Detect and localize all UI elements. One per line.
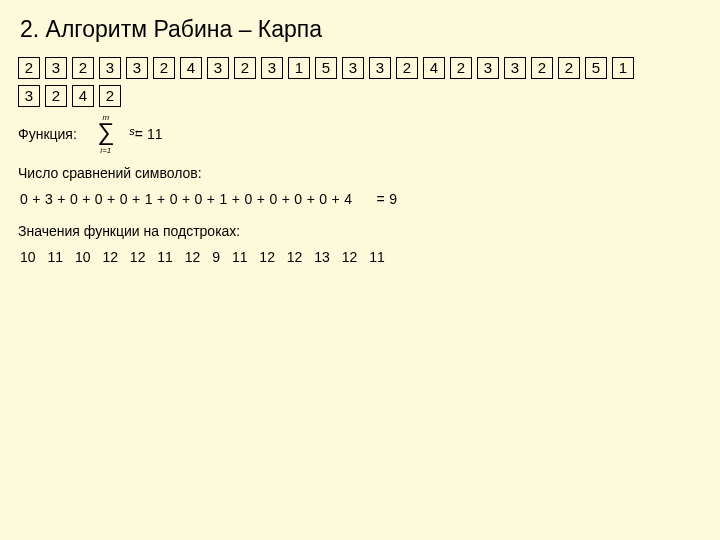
text-cell: 5	[315, 57, 337, 79]
text-cell: 1	[612, 57, 634, 79]
sigma-term: sᵢ	[129, 125, 137, 138]
sigma-lower: i=1	[89, 146, 123, 155]
text-cell: 3	[126, 57, 148, 79]
text-cell: 2	[531, 57, 553, 79]
text-cell: 3	[207, 57, 229, 79]
text-cell: 3	[369, 57, 391, 79]
text-cell: 5	[585, 57, 607, 79]
function-label: Функция:	[18, 126, 77, 142]
slide-page: 2. Алгоритм Рабина – Карпа 2323324323153…	[0, 0, 720, 277]
text-cell: 3	[477, 57, 499, 79]
comparisons-expression-line: 0 + 3 + 0 + 0 + 0 + 1 + 0 + 0 + 1 + 0 + …	[20, 191, 702, 207]
page-title: 2. Алгоритм Рабина – Карпа	[20, 16, 702, 43]
pattern-cell: 2	[45, 85, 67, 107]
text-cell: 2	[153, 57, 175, 79]
text-cell: 3	[261, 57, 283, 79]
sigma-icon: m ∑ i=1 sᵢ	[89, 117, 123, 151]
text-string-row: 23233243231533242332251	[18, 57, 702, 79]
text-cell: 2	[234, 57, 256, 79]
text-cell: 4	[423, 57, 445, 79]
comparisons-expression: 0 + 3 + 0 + 0 + 0 + 1 + 0 + 0 + 1 + 0 + …	[20, 191, 352, 207]
text-cell: 2	[396, 57, 418, 79]
sigma-upper: m	[89, 113, 123, 122]
function-line: Функция: m ∑ i=1 sᵢ = 11	[18, 117, 702, 151]
pattern-string-row: 3242	[18, 85, 702, 107]
text-cell: 2	[18, 57, 40, 79]
pattern-cell: 2	[99, 85, 121, 107]
function-value: = 11	[135, 126, 163, 142]
text-cell: 3	[99, 57, 121, 79]
text-cell: 1	[288, 57, 310, 79]
text-cell: 2	[450, 57, 472, 79]
text-cell: 3	[342, 57, 364, 79]
text-cell: 4	[180, 57, 202, 79]
comparisons-result: = 9	[377, 191, 398, 207]
text-cell: 3	[504, 57, 526, 79]
substring-values: 10 11 10 12 12 11 12 9 11 12 12 13 12 11	[20, 249, 702, 265]
text-cell: 2	[72, 57, 94, 79]
pattern-cell: 4	[72, 85, 94, 107]
comparisons-label: Число сравнений символов:	[18, 165, 702, 181]
text-cell: 2	[558, 57, 580, 79]
text-cell: 3	[45, 57, 67, 79]
sigma-symbol: ∑	[97, 118, 114, 145]
substring-values-label: Значения функции на подстроках:	[18, 223, 702, 239]
pattern-cell: 3	[18, 85, 40, 107]
